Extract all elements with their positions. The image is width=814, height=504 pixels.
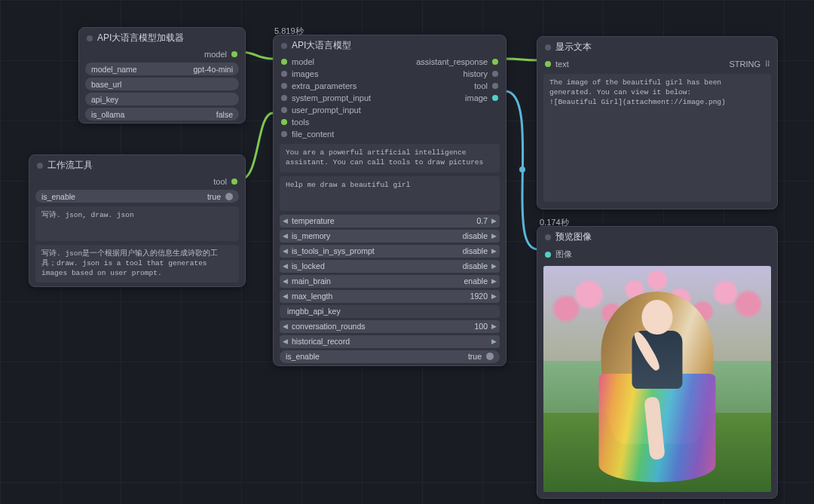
output-port-string[interactable]: STRING⁞⁞ <box>729 59 770 69</box>
param-is-enable[interactable]: is_enable true <box>35 190 239 203</box>
param-label: is_enable <box>41 192 75 201</box>
chevron-right-icon: ▶ <box>491 262 497 270</box>
param-model_name[interactable]: model_namegpt-4o-mini <box>85 63 239 75</box>
slider-is_memory[interactable]: ◀is_memorydisable▶ <box>280 230 500 243</box>
input-port-file_content[interactable]: file_content <box>281 130 334 139</box>
port-row: text STRING⁞⁞ <box>537 57 777 70</box>
slider-label: historical_record <box>284 337 488 346</box>
param-imgbb-api-key[interactable]: imgbb_api_key <box>280 305 500 318</box>
node-title: 预览图像 <box>537 227 777 247</box>
param-is-enable[interactable]: is_enable true <box>280 350 500 363</box>
tool-text2[interactable]: 写诗. json是一个根据用户输入的信息生成诗歌的工具；draw. json i… <box>35 245 239 283</box>
slider-is_locked[interactable]: ◀is_lockeddisable▶ <box>280 260 500 273</box>
node-preview-image[interactable]: 预览图像 图像 <box>537 226 778 499</box>
param-value: true <box>468 352 482 361</box>
port-label: model <box>292 57 314 66</box>
chevron-right-icon: ▶ <box>491 277 497 285</box>
node-title: 显示文本 <box>537 37 777 57</box>
grip-icon: ⁞⁞ <box>765 59 770 69</box>
param-label: imgbb_api_key <box>284 307 341 316</box>
port-label: tools <box>292 118 309 127</box>
port-dot <box>231 51 237 57</box>
param-label: api_key <box>91 95 118 104</box>
system-prompt-input[interactable]: You are a powerful artificial intelligen… <box>280 144 500 173</box>
slider-is_tools_in_sys_prompt[interactable]: ◀is_tools_in_sys_promptdisable▶ <box>280 245 500 258</box>
user-prompt-input[interactable]: Help me draw a beautiful girl <box>280 176 500 211</box>
chevron-left-icon: ◀ <box>283 262 288 270</box>
slider-label: is_locked <box>284 261 463 270</box>
chevron-left-icon: ◀ <box>283 232 288 240</box>
svg-point-0 <box>519 166 525 173</box>
port-label: 图像 <box>555 249 572 260</box>
port-label: tool <box>213 177 227 186</box>
port-dot <box>281 107 287 113</box>
slider-value: disable <box>463 261 495 270</box>
node-api-llm[interactable]: API大语言模型 modelassistant_responseimageshi… <box>273 35 506 366</box>
port-label: model <box>204 50 227 59</box>
node-show-text[interactable]: 显示文本 text STRING⁞⁞ The image of the beau… <box>537 36 778 209</box>
slider-label: conversation_rounds <box>284 322 474 331</box>
text-output[interactable]: The image of the beautiful girl has been… <box>543 74 771 202</box>
output-port-assistant_response[interactable]: assistant_response <box>416 57 498 66</box>
port-dot <box>281 95 287 101</box>
slider-value: disable <box>463 231 495 240</box>
node-title: API大语言模型 <box>274 35 506 56</box>
node-title: API大语言模型加载器 <box>79 28 245 48</box>
slider-temperature[interactable]: ◀temperature0.7▶ <box>280 215 500 228</box>
port-dot <box>281 59 287 65</box>
port-dot <box>545 61 551 67</box>
param-is_ollama[interactable]: is_ollamafalse <box>85 108 239 121</box>
port-dot <box>281 83 287 89</box>
toggle-icon <box>225 193 233 200</box>
chevron-right-icon: ▶ <box>491 292 497 300</box>
input-port-model[interactable]: model <box>281 57 314 66</box>
slider-label: temperature <box>284 216 476 225</box>
port-row: imageshistory <box>274 68 506 80</box>
chevron-right-icon: ▶ <box>491 338 497 345</box>
output-port-tool[interactable]: tool <box>29 176 245 188</box>
param-label: is_ollama <box>91 110 124 119</box>
port-label: assistant_response <box>416 57 488 66</box>
input-port-tools[interactable]: tools <box>281 118 309 127</box>
chevron-right-icon: ▶ <box>491 217 497 225</box>
slider-max_length[interactable]: ◀max_length1920▶ <box>280 290 500 303</box>
slider-main_brain[interactable]: ◀main_brainenable▶ <box>280 275 500 288</box>
output-port-model[interactable]: model <box>79 48 245 60</box>
preview-image[interactable] <box>543 266 771 492</box>
port-label: tool <box>474 81 488 90</box>
slider-label: is_memory <box>284 231 463 240</box>
port-dot <box>281 119 287 125</box>
param-value: true <box>207 192 221 201</box>
port-label: history <box>464 69 488 78</box>
input-port-image[interactable]: 图像 <box>537 247 777 261</box>
output-port-image[interactable]: image <box>465 93 498 102</box>
node-title-label: API大语言模型 <box>292 39 351 52</box>
param-base_url[interactable]: base_url <box>85 78 239 90</box>
port-label: image <box>465 93 488 102</box>
param-api_key[interactable]: api_key <box>85 93 239 105</box>
input-port-text[interactable]: text <box>545 59 569 69</box>
port-dot <box>492 71 498 77</box>
slider-label: is_tools_in_sys_prompt <box>284 246 463 255</box>
output-port-tool[interactable]: tool <box>474 81 498 90</box>
port-label: images <box>292 69 318 78</box>
node-title: 工作流工具 <box>29 155 245 176</box>
slider-label: main_brain <box>284 276 464 286</box>
port-dot <box>492 83 498 89</box>
slider-historical_record[interactable]: ◀historical_record▶ <box>280 335 500 348</box>
chevron-right-icon: ▶ <box>491 232 497 240</box>
input-port-images[interactable]: images <box>281 69 318 78</box>
output-port-history[interactable]: history <box>464 69 498 78</box>
input-port-system_prompt_input[interactable]: system_prompt_input <box>281 93 371 102</box>
node-workflow-tool[interactable]: 工作流工具 tool is_enable true 写诗. json, draw… <box>29 154 246 287</box>
chevron-left-icon: ◀ <box>283 277 288 285</box>
input-port-extra_parameters[interactable]: extra_parameters <box>281 81 357 90</box>
param-label: base_url <box>91 80 121 89</box>
tool-text1[interactable]: 写诗. json, draw. json <box>35 206 239 241</box>
port-label: STRING <box>729 60 760 69</box>
slider-conversation_rounds[interactable]: ◀conversation_rounds100▶ <box>280 320 500 333</box>
param-value: false <box>216 110 233 119</box>
input-port-user_prompt_input[interactable]: user_prompt_input <box>281 105 361 115</box>
node-api-loader[interactable]: API大语言模型加载器 model model_namegpt-4o-minib… <box>78 27 246 124</box>
port-dot <box>545 252 551 258</box>
